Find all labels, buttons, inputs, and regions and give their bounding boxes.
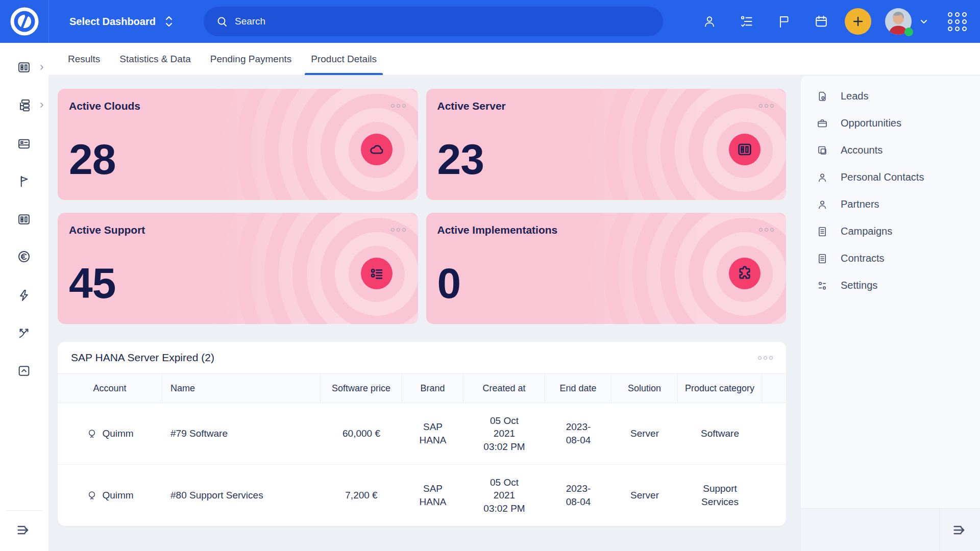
sidebar-divider (6, 510, 42, 511)
card-value: 28 (69, 138, 115, 181)
solution-cell: Server (611, 403, 678, 464)
right-panel-footer (801, 508, 980, 551)
table-title: SAP HANA Server Expired (2) (71, 352, 214, 364)
column-header: End date (545, 374, 611, 403)
brand-logo-icon (9, 6, 40, 37)
card-value: 0 (437, 262, 461, 305)
server-icon[interactable] (17, 212, 31, 227)
list-icon (361, 258, 393, 289)
calendar-icon[interactable] (814, 14, 828, 29)
chevron-right-icon[interactable] (39, 102, 45, 108)
tab-product-details[interactable]: Product Details (305, 43, 383, 75)
nav-item-settings[interactable]: Settings (801, 272, 980, 299)
person-icon (816, 198, 828, 211)
card-value: 23 (437, 138, 484, 181)
card-title: Active Implementations (437, 224, 558, 236)
account-cell: Quimm (86, 427, 133, 440)
server-icon[interactable] (17, 60, 31, 74)
server-icon (729, 134, 761, 165)
add-plus-button[interactable] (845, 8, 871, 35)
software-price-cell: 60,000 € (321, 403, 402, 464)
expired-products-table-card: SAP HANA Server Expired (2) Account Name… (58, 342, 786, 526)
card-value: 45 (69, 262, 115, 305)
more-options-icon[interactable] (391, 228, 406, 232)
expand-arrow-icon[interactable] (15, 521, 33, 539)
more-options-icon[interactable] (759, 104, 774, 108)
card-title: Active Clouds (69, 100, 140, 112)
globe-icon (86, 428, 97, 439)
updown-chevrons-icon (164, 15, 174, 28)
brand-cell: SAP HANA (402, 403, 463, 464)
lightning-icon[interactable] (17, 288, 31, 303)
document-lines-icon (816, 226, 828, 238)
lead-file-icon (816, 90, 828, 103)
euro-icon[interactable] (17, 249, 31, 264)
right-panel-expand[interactable] (939, 509, 980, 551)
left-icon-sidebar (0, 43, 48, 551)
box-chevron-up-icon[interactable] (17, 364, 31, 378)
tab-results[interactable]: Results (62, 43, 106, 75)
table-row[interactable]: Quimm #79 Software 60,000 € SAP HANA 05 … (58, 403, 786, 464)
software-price-cell: 7,200 € (321, 465, 402, 526)
name-cell: #79 Software (162, 403, 321, 464)
apps-grid-icon[interactable] (948, 12, 967, 31)
sliders-icon (816, 280, 828, 292)
more-options-icon[interactable] (758, 356, 773, 360)
puzzle-icon (729, 258, 761, 289)
column-header: Brand (402, 374, 463, 403)
dashboard-selector-label: Select Dashboard (69, 16, 156, 28)
browser-card-icon[interactable] (17, 137, 31, 151)
document-lines-icon (816, 253, 828, 265)
flag-icon[interactable] (777, 14, 791, 29)
more-options-icon[interactable] (391, 104, 406, 108)
tab-statistics-data[interactable]: Statistics & Data (113, 43, 197, 75)
tree-icon[interactable] (17, 98, 31, 112)
table-row[interactable]: Quimm #80 Support Services 7,200 € SAP H… (58, 464, 786, 526)
flag-icon[interactable] (17, 174, 31, 188)
chevron-right-icon[interactable] (39, 64, 45, 70)
nav-item-leads[interactable]: Leads (801, 83, 980, 110)
right-navigation-panel: Leads Opportunities Accounts Personal Co… (800, 74, 980, 551)
nav-item-accounts[interactable]: Accounts (801, 137, 980, 164)
globe-icon (86, 490, 97, 501)
column-header: Software price (321, 374, 402, 403)
account-cell: Quimm (86, 489, 133, 502)
column-header: Product category (678, 374, 762, 403)
branch-arrows-icon[interactable] (17, 326, 31, 340)
stat-card-active-support: Active Support 45 (58, 213, 418, 324)
online-status-dot (904, 28, 913, 36)
chevron-down-icon[interactable] (919, 17, 928, 26)
user-icon[interactable] (702, 14, 717, 29)
person-icon (816, 171, 828, 184)
column-header: Name (162, 374, 321, 403)
table-header-row: Account Name Software price Brand Create… (58, 373, 786, 403)
tab-pending-payments[interactable]: Pending Payments (204, 43, 298, 75)
dashboard-selector[interactable]: Select Dashboard (69, 15, 174, 28)
column-header (762, 374, 786, 403)
search-icon (216, 15, 228, 28)
briefcase-icon (816, 117, 828, 130)
nav-item-campaigns[interactable]: Campaigns (801, 218, 980, 245)
nav-item-partners[interactable]: Partners (801, 191, 980, 218)
stat-card-active-clouds: Active Clouds 28 (58, 89, 418, 200)
created-at-cell: 05 Oct 2021 03:02 PM (463, 465, 545, 526)
tasks-checklist-icon[interactable] (740, 14, 754, 29)
product-category-cell: Support Services (678, 465, 762, 526)
solution-cell: Server (611, 465, 678, 526)
brand-logo[interactable] (0, 6, 48, 37)
card-title: Active Server (437, 100, 506, 112)
brand-cell: SAP HANA (402, 465, 463, 526)
more-options-icon[interactable] (759, 228, 774, 232)
column-header: Account (58, 374, 162, 403)
end-date-cell: 2023-08-04 (545, 403, 611, 464)
plus-icon (851, 15, 865, 28)
stat-card-active-implementations: Active Implementations 0 (426, 213, 787, 324)
nav-item-personal-contacts[interactable]: Personal Contacts (801, 164, 980, 191)
user-avatar[interactable] (885, 8, 912, 35)
stat-card-active-server: Active Server 23 (426, 89, 787, 200)
search-bar[interactable] (204, 7, 663, 36)
end-date-cell: 2023-08-04 (545, 465, 611, 526)
nav-item-contracts[interactable]: Contracts (801, 245, 980, 272)
nav-item-opportunities[interactable]: Opportunities (801, 110, 980, 137)
search-input[interactable] (235, 16, 651, 27)
